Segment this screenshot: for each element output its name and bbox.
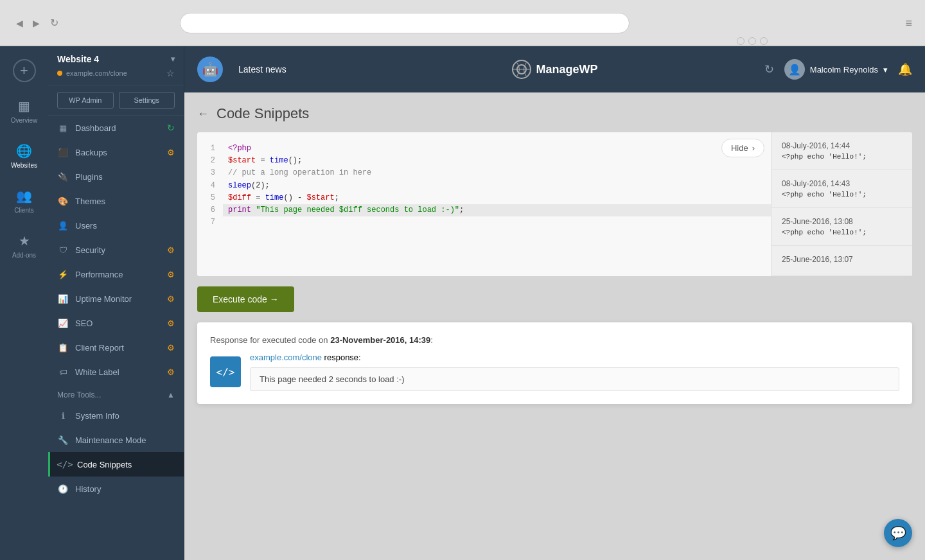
- hide-arrow-icon: ›: [752, 143, 755, 153]
- sidebar-item-dashboard[interactable]: ▦ Dashboard ↻: [48, 116, 184, 140]
- line-num-1: 1: [197, 143, 215, 155]
- code-editor[interactable]: Hide › 1 2 3 4 5 6 7: [197, 132, 771, 276]
- history-label: History: [75, 484, 101, 494]
- line-num-5: 5: [197, 192, 215, 204]
- history-item-2[interactable]: 08-July-2016, 14:43 <?php echo 'Hello!';: [771, 170, 912, 208]
- user-avatar: 👤: [784, 59, 805, 80]
- hide-button[interactable]: Hide ›: [721, 139, 764, 157]
- line-num-2: 2: [197, 155, 215, 167]
- line-num-7: 7: [197, 216, 215, 229]
- sidebar-item-white-label[interactable]: 🏷 White Label ⚙: [48, 360, 184, 384]
- main-area: 🤖 Latest news ManageWP ↻ 👤 Malcolm Reyno…: [184, 46, 925, 560]
- more-tools-header[interactable]: More Tools... ▲: [48, 384, 184, 403]
- system-info-label: System Info: [75, 411, 119, 421]
- add-website-btn[interactable]: +: [13, 59, 36, 82]
- sidebar-item-addons[interactable]: ★ Add-ons: [0, 223, 48, 268]
- sidebar-item-themes[interactable]: 🎨 Themes: [48, 189, 184, 213]
- response-prefix: Response for executed code on: [210, 335, 330, 345]
- users-icon: 👤: [57, 220, 69, 231]
- notification-btn[interactable]: 🔔: [898, 62, 912, 76]
- uptime-icon: 📊: [57, 293, 69, 304]
- more-tools-chevron: ▲: [167, 390, 175, 399]
- sidebar-item-clients[interactable]: 👥 Clients: [0, 179, 48, 223]
- website-info: example.com/clone ☆: [57, 68, 175, 78]
- logo-text: ManageWP: [536, 63, 597, 76]
- reload-btn[interactable]: ↻: [46, 15, 62, 31]
- logo-icon: [511, 60, 531, 79]
- plugins-icon: 🔌: [57, 171, 69, 182]
- latest-news-button[interactable]: Latest news: [231, 60, 294, 78]
- sidebar-item-code-snippets[interactable]: </> Code Snippets: [48, 452, 184, 477]
- websites-label: Websites: [11, 162, 37, 169]
- response-url: example.com/clone response:: [250, 353, 899, 362]
- settings-button[interactable]: Settings: [119, 92, 175, 109]
- uptime-gear-icon: ⚙: [167, 294, 175, 304]
- seo-label: SEO: [75, 319, 92, 328]
- white-label-gear-icon: ⚙: [167, 367, 175, 377]
- security-label: Security: [75, 245, 105, 255]
- more-tools-label: More Tools...: [57, 390, 101, 399]
- history-code-3: <?php echo 'Hello!';: [782, 229, 902, 236]
- code-lines: 1 2 3 4 5 6 7 <?php $start = time(); // …: [197, 132, 771, 239]
- sidebar-item-security[interactable]: 🛡 Security ⚙: [48, 238, 184, 262]
- response-body: example.com/clone response: This page ne…: [250, 353, 899, 391]
- sidebar-item-websites[interactable]: 🌐 Websites: [0, 134, 48, 179]
- sidebar-item-overview[interactable]: ▦ Overview: [0, 89, 48, 134]
- line-num-4: 4: [197, 180, 215, 192]
- browser-nav-buttons: ◀ ▶ ↻: [13, 15, 62, 31]
- response-output: This page needed 2 seconds to load :-): [250, 367, 899, 391]
- page-title: Code Snippets: [216, 105, 309, 122]
- performance-label: Performance: [75, 270, 123, 279]
- user-menu-chevron: ▾: [883, 65, 888, 74]
- overview-icon: ▦: [18, 98, 30, 114]
- maintenance-label: Maintenance Mode: [75, 435, 146, 445]
- sidebar: Website 4 ▾ example.com/clone ☆ WP Admin…: [48, 46, 184, 560]
- history-item-3[interactable]: 25-June-2016, 13:08 <?php echo 'Hello!';: [771, 208, 912, 246]
- chat-bubble-btn[interactable]: 💬: [884, 519, 912, 547]
- addons-label: Add-ons: [12, 252, 36, 259]
- seo-gear-icon: ⚙: [167, 319, 175, 328]
- response-date: 23-November-2016, 14:39: [330, 335, 430, 345]
- website-selector[interactable]: Website 4 ▾: [57, 54, 175, 64]
- user-name: Malcolm Reynolds: [810, 65, 878, 74]
- browser-menu[interactable]: ≡: [905, 17, 912, 29]
- line-numbers: 1 2 3 4 5 6 7: [197, 143, 223, 229]
- sidebar-item-performance[interactable]: ⚡ Performance ⚙: [48, 262, 184, 286]
- top-header: 🤖 Latest news ManageWP ↻ 👤 Malcolm Reyno…: [184, 46, 925, 92]
- star-icon[interactable]: ☆: [166, 68, 175, 78]
- code-content: <?php $start = time(); // put a long ope…: [223, 143, 771, 229]
- addons-icon: ★: [19, 233, 30, 249]
- sidebar-item-history[interactable]: 🕐 History: [48, 477, 184, 501]
- dashboard-label: Dashboard: [75, 123, 116, 133]
- sidebar-item-users[interactable]: 👤 Users: [48, 213, 184, 238]
- address-bar[interactable]: [180, 13, 630, 33]
- back-nav-btn[interactable]: ◀: [13, 17, 26, 30]
- sidebar-item-backups[interactable]: ⬛ Backups ⚙: [48, 140, 184, 164]
- white-label-icon: 🏷: [57, 366, 69, 378]
- hide-label: Hide: [731, 143, 748, 153]
- sidebar-item-uptime[interactable]: 📊 Uptime Monitor ⚙: [48, 286, 184, 311]
- code-line-3: // put a long operation in here: [223, 167, 771, 179]
- execute-code-button[interactable]: Execute code →: [197, 286, 294, 312]
- wp-admin-button[interactable]: WP Admin: [57, 92, 114, 109]
- history-item-4[interactable]: 25-June-2016, 13:07: [771, 246, 912, 276]
- uptime-label: Uptime Monitor: [75, 294, 132, 304]
- user-menu[interactable]: 👤 Malcolm Reynolds ▾: [784, 59, 888, 80]
- tl-green: [760, 37, 768, 45]
- sidebar-item-system-info[interactable]: ℹ System Info: [48, 403, 184, 428]
- response-icon: </>: [210, 356, 241, 387]
- website-selector-chevron: ▾: [171, 55, 175, 64]
- performance-gear-icon: ⚙: [167, 270, 175, 279]
- sidebar-item-client-report[interactable]: 📋 Client Report ⚙: [48, 335, 184, 360]
- sidebar-item-seo[interactable]: 📈 SEO ⚙: [48, 311, 184, 335]
- sidebar-item-maintenance[interactable]: 🔧 Maintenance Mode: [48, 428, 184, 452]
- history-item-1[interactable]: 08-July-2016, 14:44 <?php echo 'Hello!';: [771, 132, 912, 170]
- content-area: ← Code Snippets Hide › 1: [184, 92, 925, 560]
- forward-nav-btn[interactable]: ▶: [30, 17, 42, 30]
- themes-label: Themes: [75, 197, 105, 206]
- back-button[interactable]: ←: [197, 107, 209, 121]
- header-refresh-btn[interactable]: ↻: [764, 62, 774, 76]
- sidebar-item-plugins[interactable]: 🔌 Plugins: [48, 164, 184, 189]
- response-url-link[interactable]: example.com/clone: [250, 353, 322, 362]
- dashboard-icon: ▦: [57, 122, 69, 134]
